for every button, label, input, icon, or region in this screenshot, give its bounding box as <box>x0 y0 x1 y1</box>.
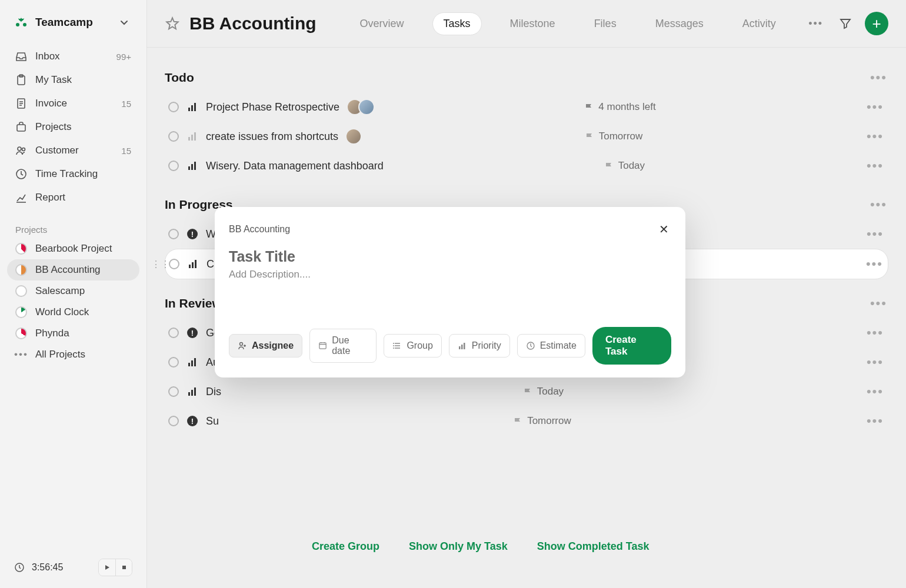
project-item-phynda[interactable]: Phynda <box>7 323 139 344</box>
task-menu-button[interactable]: ••• <box>865 324 885 342</box>
create-task-button[interactable]: Create Task <box>592 327 671 365</box>
nav-mytask[interactable]: My Task <box>7 68 139 92</box>
tab-milestone[interactable]: Milestone <box>499 13 566 35</box>
task-menu-button[interactable]: ••• <box>865 353 885 371</box>
play-button[interactable] <box>99 559 115 576</box>
nav-inbox[interactable]: Inbox 99+ <box>7 45 139 68</box>
task-row[interactable]: Wisery. Data management dashboard Today … <box>165 151 888 181</box>
svg-point-33 <box>393 345 394 346</box>
check-circle[interactable] <box>168 161 179 171</box>
show-completed-link[interactable]: Show Completed Task <box>537 540 649 553</box>
task-row[interactable]: create issues from shortcuts Tomorrow ••… <box>165 122 888 151</box>
close-button[interactable]: ✕ <box>657 220 671 239</box>
task-title-input[interactable]: Task Title <box>229 248 671 265</box>
due-text: Today <box>537 386 564 397</box>
filter-icon[interactable] <box>839 17 852 30</box>
group-header: Todo ••• <box>165 59 888 92</box>
star-icon[interactable] <box>165 16 180 31</box>
task-description-input[interactable]: Add Description.... <box>229 269 671 280</box>
brand[interactable]: Teamcamp <box>14 15 93 29</box>
nav-invoice[interactable]: Invoice 15 <box>7 92 139 115</box>
group-menu-button[interactable]: ••• <box>869 69 888 86</box>
check-circle[interactable] <box>168 131 179 142</box>
logo-icon <box>14 15 28 29</box>
flag-icon <box>604 161 614 171</box>
check-circle[interactable] <box>168 416 179 426</box>
task-menu-button[interactable]: ••• <box>865 383 885 400</box>
chip-label: Group <box>407 340 432 351</box>
avatar[interactable] <box>345 128 362 145</box>
check-circle[interactable] <box>168 357 179 368</box>
project-item-all[interactable]: ••• All Projects <box>7 344 139 365</box>
modal-project-label: BB Accounting <box>229 224 290 235</box>
svg-point-1 <box>23 23 26 26</box>
group-menu-button[interactable]: ••• <box>869 196 888 213</box>
task-menu-button[interactable]: ••• <box>865 128 885 145</box>
project-item-bearbook[interactable]: Bearbook Project <box>7 238 139 259</box>
svg-rect-21 <box>192 262 194 268</box>
duedate-chip[interactable]: Due date <box>309 329 377 363</box>
group-menu-button[interactable]: ••• <box>869 295 888 312</box>
project-label: Salescamp <box>35 285 85 297</box>
estimate-chip[interactable]: Estimate <box>517 334 585 358</box>
svg-rect-13 <box>194 103 196 111</box>
tab-tasks[interactable]: Tasks <box>432 12 482 35</box>
tab-messages[interactable]: Messages <box>645 13 714 35</box>
tab-activity[interactable]: Activity <box>732 13 787 35</box>
project-item-worldclock[interactable]: World Clock <box>7 302 139 323</box>
projects-icon <box>15 121 27 133</box>
project-item-bbaccounting[interactable]: BB Accounting <box>7 259 139 280</box>
nav-report[interactable]: Report <box>7 186 139 209</box>
svg-rect-17 <box>188 166 190 170</box>
modal-footer: Assignee Due date Group Priority Estimat… <box>229 327 671 365</box>
stop-button[interactable] <box>115 559 132 576</box>
group-chip[interactable]: Group <box>384 334 441 358</box>
check-circle[interactable] <box>168 328 179 338</box>
svg-rect-28 <box>191 390 193 396</box>
add-button[interactable]: + <box>865 12 888 35</box>
task-row[interactable]: Project Phase Retrospective 4 months lef… <box>165 92 888 122</box>
svg-rect-31 <box>319 343 326 349</box>
due-text: Tomorrow <box>527 415 571 427</box>
mytask-icon <box>15 74 27 86</box>
nav-label: Projects <box>35 121 71 133</box>
check-circle[interactable] <box>168 102 179 112</box>
task-menu-button[interactable]: ••• <box>865 98 885 116</box>
priority-icon <box>187 161 198 171</box>
nav-projects[interactable]: Projects <box>7 115 139 139</box>
avatar[interactable] <box>358 99 375 115</box>
nav-customer[interactable]: Customer 15 <box>7 139 139 162</box>
create-group-link[interactable]: Create Group <box>312 540 379 553</box>
show-my-task-link[interactable]: Show Only My Task <box>409 540 508 553</box>
group-todo: Todo ••• Project Phase Retrospective 4 m… <box>165 59 888 181</box>
priority-icon <box>187 131 198 142</box>
svg-rect-27 <box>188 392 190 396</box>
check-circle[interactable] <box>169 259 179 269</box>
sidebar: Teamcamp Inbox 99+ My Task Invoice 15 Pr… <box>0 0 147 588</box>
timer-value: 3:56:45 <box>32 562 91 573</box>
task-menu-button[interactable]: ••• <box>865 225 885 243</box>
nav: Inbox 99+ My Task Invoice 15 Projects Cu… <box>0 40 146 214</box>
tab-files[interactable]: Files <box>584 13 627 35</box>
task-menu-button[interactable]: ••• <box>865 412 885 430</box>
check-circle[interactable] <box>168 229 179 239</box>
alert-icon: ! <box>187 229 198 239</box>
tab-more[interactable]: ••• <box>804 13 828 35</box>
check-circle[interactable] <box>168 386 179 397</box>
project-item-salescamp[interactable]: Salescamp <box>7 280 139 302</box>
priority-chip[interactable]: Priority <box>449 334 510 358</box>
flag-icon <box>585 132 594 141</box>
task-menu-button[interactable]: ••• <box>865 255 884 273</box>
svg-rect-20 <box>189 265 191 268</box>
tab-overview[interactable]: Overview <box>349 13 415 35</box>
nav-timetracking[interactable]: Time Tracking <box>7 162 139 186</box>
task-row[interactable]: Dis Today ••• <box>165 377 888 406</box>
drag-handle-icon[interactable]: ⋮⋮ <box>151 259 170 270</box>
workspace-menu-button[interactable] <box>116 14 132 31</box>
assignee-chip[interactable]: Assignee <box>229 334 302 358</box>
task-row[interactable]: ! Su Tomorrow ••• <box>165 406 888 436</box>
due-label: Tomorrow <box>513 415 571 427</box>
top-right: + <box>839 12 888 35</box>
invoice-icon <box>15 98 27 109</box>
task-menu-button[interactable]: ••• <box>865 157 885 175</box>
